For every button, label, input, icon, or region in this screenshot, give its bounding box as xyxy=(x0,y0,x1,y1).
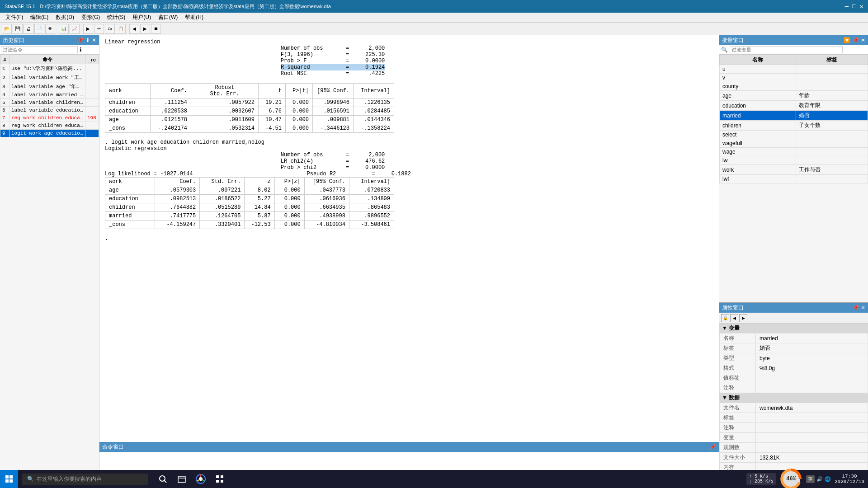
maximize-button[interactable]: □ xyxy=(852,3,856,10)
variable-row[interactable]: v xyxy=(720,74,868,82)
menu-data[interactable]: 数据(D) xyxy=(52,13,78,22)
variable-row[interactable]: married婚否 xyxy=(720,111,868,121)
toolbar-forward[interactable]: ▶ xyxy=(140,24,150,34)
toolbar-back[interactable]: ◀ xyxy=(129,24,139,34)
history-row[interactable]: 2label variable work "工作... xyxy=(0,73,99,82)
command-window-header: 命令窗口 📌 xyxy=(99,442,719,452)
toolbar-var-manager[interactable]: 📋 xyxy=(116,24,126,34)
attr-prev-btn[interactable]: ◀ xyxy=(730,314,738,322)
table-row: age.0121578.001160910.470.000.009881.014… xyxy=(105,116,394,124)
logistic-table: work Coef. Std. Err. z P>|z| [95% Conf. … xyxy=(105,177,394,229)
variable-row[interactable]: select xyxy=(720,131,868,139)
start-button[interactable] xyxy=(0,470,18,488)
attr-lock-btn[interactable]: 🔒 xyxy=(721,314,729,322)
history-row[interactable]: 1use "D:\学习资料\陈强高... xyxy=(0,64,99,73)
var-filter-icon[interactable]: 🔽 xyxy=(844,37,850,43)
table-row: _cons-.2402174.0532314-4.510.000-.344612… xyxy=(105,124,394,133)
variable-row[interactable]: lw xyxy=(720,156,868,165)
taskbar-search[interactable]: 🔍 在这里输入你要搜索的内容 xyxy=(22,474,148,485)
history-expand-icon[interactable]: ⬆ xyxy=(85,37,90,43)
toolbar-graph[interactable]: 📊 xyxy=(59,24,69,34)
history-row[interactable]: 5label variable children "... xyxy=(0,99,99,107)
history-row[interactable]: 8reg work children educa... xyxy=(0,122,99,130)
table-row: _cons-4.159247.3320401-12.530.000-4.8100… xyxy=(105,221,394,229)
toolbar-data-editor[interactable]: 🗂 xyxy=(105,24,115,34)
close-button[interactable]: ✕ xyxy=(860,3,863,10)
attribute-panel: 属性窗口 📌 ✕ 🔒 ◀ ▶ ▼ 变量名称married标签婚否类型byte格式… xyxy=(719,303,868,474)
variable-table: 名称 标签 uvcountyage年龄education教育年限married婚… xyxy=(719,55,868,302)
var-pin-icon[interactable]: 📌 xyxy=(852,37,859,43)
attr-section-data[interactable]: ▼ 数据 xyxy=(719,393,868,403)
history-row[interactable]: 6label variable education ... xyxy=(0,107,99,114)
ime-icon[interactable]: 英 xyxy=(806,475,815,483)
history-row[interactable]: 7reg work children educa...198 xyxy=(0,114,99,122)
ime-extra2[interactable]: 🌐 xyxy=(825,476,831,482)
toolbar-do[interactable]: ▶ xyxy=(83,24,93,34)
toolbar-viewer[interactable]: 👁 xyxy=(45,24,55,34)
variable-row[interactable]: wagefull xyxy=(720,139,868,148)
variable-row[interactable]: county xyxy=(720,82,868,91)
variable-row[interactable]: u xyxy=(720,65,868,74)
taskbar-app-chrome[interactable] xyxy=(192,470,210,488)
attr-row: 变量 xyxy=(720,433,868,443)
variable-row[interactable]: lwf xyxy=(720,175,868,183)
menu-user[interactable]: 用户(U) xyxy=(129,13,155,22)
toolbar-log[interactable]: 📄 xyxy=(34,24,44,34)
menu-stats[interactable]: 统计(S) xyxy=(104,13,129,22)
attr-pin-icon[interactable]: 📌 xyxy=(852,305,859,311)
variable-search-input[interactable] xyxy=(730,46,843,53)
menu-help[interactable]: 帮助(H) xyxy=(181,13,207,22)
menu-graph[interactable]: 图形(G) xyxy=(78,13,104,22)
table-row: education.0982513.01865225.270.000.06169… xyxy=(105,195,394,203)
taskbar-search-icon: 🔍 xyxy=(27,476,34,483)
minimize-button[interactable]: — xyxy=(845,3,849,10)
svg-rect-6 xyxy=(178,476,185,483)
history-panel: 历史窗口 📌 ⬆ ✕ ℹ # 命令 _rc 1use " xyxy=(0,35,99,474)
network-widget: ↑ 5 K/s ↓ 285 K/s xyxy=(746,473,776,485)
table-row: age.0579303.0072218.020.000.0437773.0720… xyxy=(105,186,394,195)
history-search-input[interactable] xyxy=(1,46,78,53)
command-window-pin-icon[interactable]: 📌 xyxy=(709,444,716,450)
history-row[interactable]: 3label variable age "年龄" xyxy=(0,82,99,91)
toolbar-save[interactable]: 💾 xyxy=(13,24,23,34)
table-row: children.7644882.051528914.840.000.66349… xyxy=(105,203,394,212)
command-input[interactable] xyxy=(101,454,717,460)
variable-row[interactable]: work工作与否 xyxy=(720,165,868,175)
history-col-rc: _rc xyxy=(85,55,99,64)
toolbar-print[interactable]: 🖨 xyxy=(24,24,33,34)
variable-row[interactable]: education教育年限 xyxy=(720,101,868,111)
history-row[interactable]: 9logit work age educatio... xyxy=(0,130,99,137)
variable-row[interactable]: wage xyxy=(720,148,868,156)
variable-row[interactable]: children子女个数 xyxy=(720,121,868,131)
attr-section-variable[interactable]: ▼ 变量 xyxy=(719,324,868,333)
history-row[interactable]: 4label variable married "... xyxy=(0,91,99,99)
variable-row[interactable]: age年龄 xyxy=(720,91,868,101)
taskbar-app-files[interactable] xyxy=(173,470,191,488)
toolbar-stop[interactable]: ⏹ xyxy=(151,24,161,34)
history-close-icon[interactable]: ✕ xyxy=(92,37,96,43)
menu-edit[interactable]: 编辑(E) xyxy=(27,13,52,22)
attr-row: 标签 xyxy=(720,413,868,423)
svg-rect-0 xyxy=(5,475,9,479)
output-area[interactable]: Linear regression Number of obs = 2,000 … xyxy=(99,35,719,442)
menu-file[interactable]: 文件(F) xyxy=(2,13,27,22)
ime-extra1[interactable]: 🔊 xyxy=(816,476,823,482)
variable-panel-header: 变量窗口 🔽 📌 ✕ xyxy=(719,35,868,45)
svg-rect-2 xyxy=(5,479,9,483)
history-panel-title: 历史窗口 xyxy=(3,37,24,44)
menu-window[interactable]: 窗口(W) xyxy=(155,13,181,22)
attr-next-btn[interactable]: ▶ xyxy=(739,314,747,322)
svg-rect-9 xyxy=(216,475,219,478)
taskbar-app-grid[interactable] xyxy=(211,470,229,488)
toolbar-open[interactable]: 📂 xyxy=(2,24,12,34)
history-pin-icon[interactable]: 📌 xyxy=(77,37,84,43)
history-search-box: ℹ xyxy=(0,45,99,55)
attr-close-icon[interactable]: ✕ xyxy=(861,305,865,311)
network-down: ↓ 285 K/s xyxy=(749,479,774,484)
toolbar-graph2[interactable]: 📈 xyxy=(70,24,80,34)
taskbar-app-search[interactable] xyxy=(154,470,172,488)
var-close-icon[interactable]: ✕ xyxy=(861,37,865,43)
attr-row: 注释 xyxy=(720,423,868,433)
right-panel: 变量窗口 🔽 📌 ✕ 🔍 名称 标签 xyxy=(719,35,868,474)
toolbar-edit[interactable]: ✏ xyxy=(94,24,104,34)
